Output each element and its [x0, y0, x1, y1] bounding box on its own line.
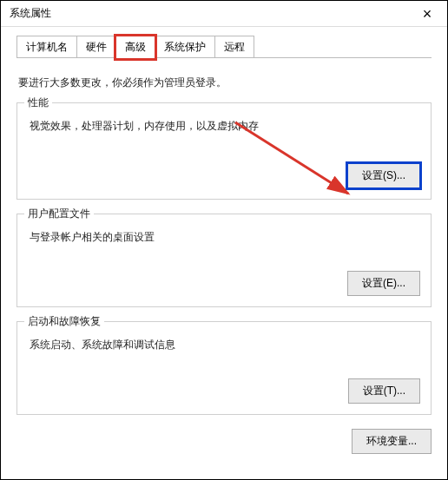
- admin-description: 要进行大多数更改，你必须作为管理员登录。: [18, 76, 430, 90]
- tab-underline: [16, 57, 432, 58]
- tab-remote[interactable]: 远程: [214, 36, 254, 58]
- titlebar: 系统属性 ×: [1, 1, 447, 27]
- group-user-profiles-text: 与登录帐户相关的桌面设置: [30, 230, 420, 245]
- group-user-profiles-btnrow: 设置(E)...: [28, 271, 420, 296]
- group-user-profiles-legend: 用户配置文件: [24, 207, 94, 221]
- close-icon[interactable]: ×: [414, 1, 440, 27]
- window-title: 系统属性: [10, 6, 51, 21]
- tab-advanced[interactable]: 高级: [115, 36, 155, 59]
- settings-e-button[interactable]: 设置(E)...: [347, 271, 420, 296]
- group-performance: 性能 视觉效果，处理器计划，内存使用，以及虚拟内存 设置(S)...: [16, 102, 432, 200]
- group-startup-recovery-legend: 启动和故障恢复: [24, 314, 104, 329]
- content-area: 计算机名 硬件 高级 系统保护 远程 要进行大多数更改，你必须作为管理员登录。 …: [1, 27, 447, 479]
- group-user-profiles: 用户配置文件 与登录帐户相关的桌面设置 设置(E)...: [16, 214, 432, 307]
- group-performance-text: 视觉效果，处理器计划，内存使用，以及虚拟内存: [30, 119, 420, 134]
- settings-s-button[interactable]: 设置(S)...: [347, 163, 420, 188]
- group-startup-recovery-text: 系统启动、系统故障和调试信息: [30, 338, 420, 352]
- tab-hardware[interactable]: 硬件: [76, 36, 116, 58]
- tab-system-protection[interactable]: 系统保护: [155, 36, 215, 58]
- group-performance-btnrow: 设置(S)...: [28, 163, 420, 188]
- group-startup-recovery: 启动和故障恢复 系统启动、系统故障和调试信息 设置(T)...: [16, 321, 432, 415]
- tab-computer-name[interactable]: 计算机名: [16, 36, 77, 58]
- system-properties-window: 系统属性 × 计算机名 硬件 高级 系统保护 远程 要进行大多数更改，你必须作为…: [0, 0, 448, 480]
- tabs: 计算机名 硬件 高级 系统保护 远程: [16, 36, 432, 58]
- group-startup-recovery-btnrow: 设置(T)...: [28, 378, 420, 404]
- env-vars-button[interactable]: 环境变量...: [352, 429, 432, 454]
- footer-row: 环境变量...: [16, 429, 432, 454]
- group-performance-legend: 性能: [24, 95, 52, 110]
- settings-t-button[interactable]: 设置(T)...: [348, 378, 420, 404]
